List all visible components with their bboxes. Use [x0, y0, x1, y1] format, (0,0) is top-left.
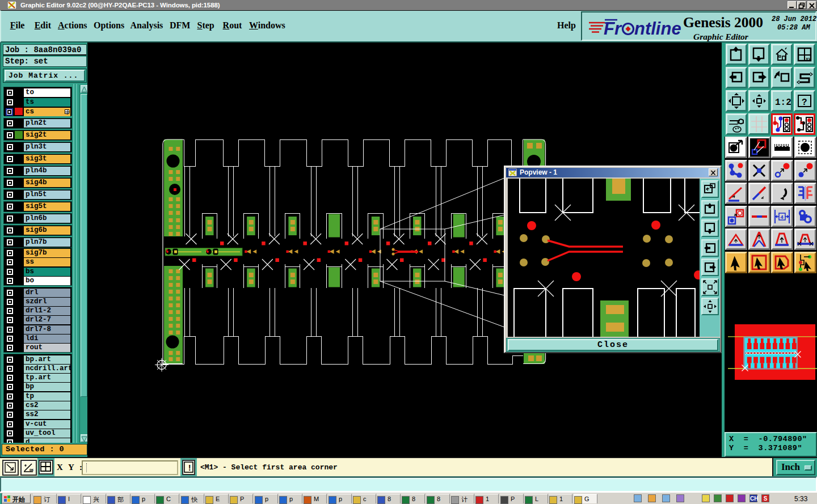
svg-text:OK: OK [30, 468, 34, 472]
svg-text:4: 4 [781, 215, 784, 221]
svg-text:xy: xy [806, 56, 811, 61]
svg-text:1:2: 1:2 [775, 98, 791, 108]
svg-text:?: ? [802, 98, 807, 108]
svg-text:ntline: ntline [634, 19, 681, 39]
svg-text:!: ! [187, 464, 192, 473]
svg-text:Fr: Fr [604, 19, 622, 39]
